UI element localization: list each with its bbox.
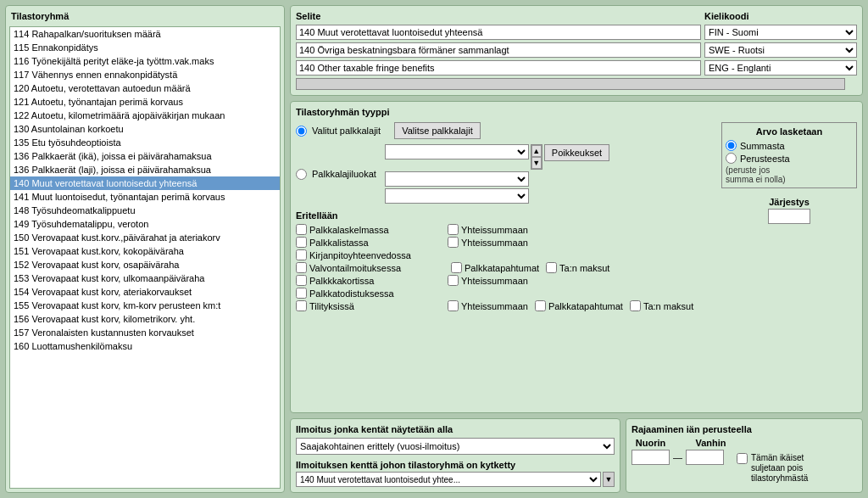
scroll-up-btn[interactable]: ▲ bbox=[531, 145, 542, 157]
selite-hscrollbar[interactable] bbox=[296, 78, 845, 90]
raja-note: Tämän ikäisetsuljetaan pois tilastoryhmä… bbox=[751, 453, 857, 484]
list-item-116[interactable]: 116 Työnekijältä perityt eläke-ja työttm… bbox=[10, 54, 280, 68]
palkka-select-2[interactable] bbox=[385, 171, 529, 187]
left-panel: Tilastoryhmä 114 Rahapalkan/suorituksen … bbox=[5, 5, 285, 493]
checkbox-label-r3-c2: Palkkatapahtumat bbox=[465, 263, 539, 273]
arvo-perusteesta-radio[interactable] bbox=[726, 153, 737, 164]
list-item-152[interactable]: 152 Verovapaat kust korv, osapäiväraha bbox=[10, 258, 280, 271]
list-item-136a[interactable]: 136 Palkkaerät (ikä), joissa ei päivärah… bbox=[10, 149, 280, 163]
checkbox-r3-c3[interactable] bbox=[546, 262, 557, 273]
jarjestys-label: Järjestys bbox=[768, 197, 810, 207]
jarjestys-box: Järjestys 140 bbox=[768, 197, 810, 224]
checkbox-r4-c0[interactable] bbox=[296, 275, 307, 286]
radio-palkkalajiluokat-input[interactable] bbox=[296, 169, 307, 180]
list-item-114[interactable]: 114 Rahapalkan/suorituksen määrä bbox=[10, 27, 280, 41]
radio-valitut-input[interactable] bbox=[296, 126, 307, 137]
jarjestys-input[interactable]: 140 bbox=[768, 209, 810, 224]
palkka-selects-3 bbox=[385, 188, 609, 204]
list-item-122[interactable]: 122 Autoetu, kilometrimäärä ajopäiväkirj… bbox=[10, 109, 280, 122]
list-item-150[interactable]: 150 Verovapaat kust.korv.,päivärahat ja … bbox=[10, 231, 280, 244]
checkbox-r3-c2[interactable] bbox=[451, 262, 462, 273]
checkbox-r1-c1[interactable] bbox=[448, 237, 459, 248]
selite-input-2[interactable] bbox=[296, 60, 701, 76]
valitse-palkkalajit-button[interactable]: Valitse palkkalajit bbox=[394, 122, 481, 139]
scroll-down-btn[interactable]: ▼ bbox=[531, 157, 542, 169]
list-item-136b[interactable]: 136 Palkkaerät (laji), joissa ei päivära… bbox=[10, 163, 280, 176]
palkka-scrollbar-1[interactable]: ▲ ▼ bbox=[531, 144, 542, 170]
checkbox-label-r3-c0: Valvontailmoituksessa bbox=[309, 263, 401, 273]
list-item-130[interactable]: 130 Asuntolainan korkoetu bbox=[10, 122, 280, 136]
rajaaminen-inputs: Nuorin Vanhin — bbox=[632, 438, 730, 465]
list-item-121[interactable]: 121 Autoetu, työnantajan perimä korvaus bbox=[10, 95, 280, 109]
list-item-140[interactable]: 140 Muut verotettavat luontoisedut yhtee… bbox=[10, 176, 280, 190]
checkbox-r6-c3[interactable] bbox=[630, 300, 641, 311]
checkbox-r0-c1[interactable] bbox=[448, 224, 459, 235]
list-item-160[interactable]: 160 Luottamushenkilömaksu bbox=[10, 339, 280, 353]
checkbox-r4-c1[interactable] bbox=[448, 275, 459, 286]
selite-input-0[interactable] bbox=[296, 25, 701, 40]
radio-valitut: Valitut palkkalajit Valitse palkkalajit bbox=[296, 122, 715, 139]
list-item-154[interactable]: 154 Verovapaat kust korv, ateriakorvauks… bbox=[10, 285, 280, 299]
checkbox-label-r6-c3: Ta:n maksut bbox=[643, 301, 693, 311]
kentta-select-row: 140 Muut verotettavat luontoisedut yhtee… bbox=[296, 472, 615, 487]
erittely-checkboxes: PalkkalaskelmassaYhteissummaanPalkkalist… bbox=[296, 224, 715, 311]
checkbox-r6-c1[interactable] bbox=[448, 300, 459, 311]
raja-checkbox-area: Tämän ikäisetsuljetaan pois tilastoryhmä… bbox=[737, 453, 857, 484]
selite-rows: FIN - SuomiSWE - RuotsiENG - Englanti bbox=[296, 25, 857, 76]
list-item-155[interactable]: 155 Verovapaat kust korv, km-korv perust… bbox=[10, 299, 280, 312]
checkbox-r5-c0[interactable] bbox=[296, 288, 307, 299]
checkbox-r6-c2[interactable] bbox=[535, 300, 546, 311]
rajaaminen-section: Rajaaminen iän perusteella Nuorin Vanhin… bbox=[626, 418, 863, 493]
checkbox-label-r0-c1: Yhteissummaan bbox=[461, 225, 528, 235]
poikkeukset-button[interactable]: Poikkeukset bbox=[544, 144, 609, 161]
arvo-summasta-radio[interactable] bbox=[726, 140, 737, 151]
kentta-select[interactable]: 140 Muut verotettavat luontoisedut yhtee… bbox=[296, 472, 601, 487]
kielikoodi-select-0[interactable]: FIN - Suomi bbox=[704, 25, 857, 40]
list-item-135[interactable]: 135 Etu työsuhdeoptioista bbox=[10, 136, 280, 149]
checkbox-r3-c0[interactable] bbox=[296, 262, 307, 273]
list-item-120[interactable]: 120 Autoetu, verotettavan autoedun määrä bbox=[10, 81, 280, 95]
list-item-156[interactable]: 156 Verovapaat kust korv, kilometrikorv.… bbox=[10, 312, 280, 326]
list-item-115[interactable]: 115 Ennakonpidätys bbox=[10, 41, 280, 54]
raja-dash: — bbox=[673, 452, 682, 462]
ilmoitus-title: Ilmoitus jonka kentät näytetään alla bbox=[296, 424, 615, 434]
arvo-jarjestys: Arvo lasketaan Summasta Perusteesta (per… bbox=[721, 122, 857, 313]
selite-input-1[interactable] bbox=[296, 42, 701, 58]
checkbox-label-r1-c1: Yhteissummaan bbox=[461, 238, 528, 248]
ilmoitus-select[interactable]: Saajakohtainen erittely (vuosi-ilmoitus) bbox=[296, 438, 615, 455]
kielikoodi-select-2[interactable]: ENG - Englanti bbox=[704, 60, 857, 76]
checkbox-label-r2-c0: Kirjanpitoyhteenvedossa bbox=[309, 250, 411, 260]
selite-row-2: ENG - Englanti bbox=[296, 60, 857, 76]
checkbox-r0-c0[interactable] bbox=[296, 224, 307, 235]
checkbox-r2-c0[interactable] bbox=[296, 249, 307, 260]
raja-input-row: — bbox=[632, 450, 730, 465]
erittely-row-0: PalkkalaskelmassaYhteissummaan bbox=[296, 224, 715, 235]
list-item-141[interactable]: 141 Muut luontoisedut, työnantajan perim… bbox=[10, 190, 280, 204]
ilmoitus-section: Ilmoitus jonka kentät näytetään alla Saa… bbox=[290, 418, 620, 493]
list-item-151[interactable]: 151 Verovapaat kust.korv, kokopäiväraha bbox=[10, 244, 280, 258]
nuorin-input[interactable] bbox=[632, 450, 670, 465]
list-item-117[interactable]: 117 Vähennys ennen ennakonpidätystä bbox=[10, 68, 280, 81]
checkbox-label-r1-c0: Palkkalistassa bbox=[309, 238, 369, 248]
checkbox-label-r3-c3: Ta:n maksut bbox=[559, 263, 609, 273]
palkka-select-1[interactable] bbox=[385, 144, 529, 159]
list-item-149[interactable]: 149 Työsuhdematalippu, veroton bbox=[10, 217, 280, 231]
checkbox-r1-c0[interactable] bbox=[296, 237, 307, 248]
erittely-row-1: PalkkalistassaYhteissummaan bbox=[296, 237, 715, 248]
kielikoodi-title: Kielikoodi bbox=[704, 11, 857, 21]
tyyppi-left: Valitut palkkalajit Valitse palkkalajit … bbox=[296, 122, 715, 313]
raja-headers: Nuorin Vanhin bbox=[632, 438, 730, 448]
vanhin-input[interactable] bbox=[686, 450, 724, 465]
checkbox-r6-c0[interactable] bbox=[296, 300, 307, 311]
rajaaminen-content: Nuorin Vanhin — Tämän ikäisetsuljetaan p… bbox=[632, 438, 857, 484]
radio-palkkalajiluokat-label: Palkkalajiluokat bbox=[312, 169, 376, 179]
vanhin-header: Vanhin bbox=[692, 438, 730, 448]
raja-checkbox[interactable] bbox=[737, 453, 748, 464]
tilastoryhma-list[interactable]: 114 Rahapalkan/suorituksen määrä115 Enna… bbox=[9, 26, 281, 489]
kentta-scrollbtn[interactable]: ▼ bbox=[603, 472, 615, 487]
list-item-148[interactable]: 148 Työsuhdeomatkalippuetu bbox=[10, 204, 280, 217]
palkka-select-3[interactable] bbox=[385, 188, 529, 204]
kielikoodi-select-1[interactable]: SWE - Ruotsi bbox=[704, 42, 857, 58]
list-item-157[interactable]: 157 Veronalaisten kustannusten korvaukse… bbox=[10, 326, 280, 339]
list-item-153[interactable]: 153 Verovapaat kust korv, ulkomaanpäivär… bbox=[10, 271, 280, 285]
